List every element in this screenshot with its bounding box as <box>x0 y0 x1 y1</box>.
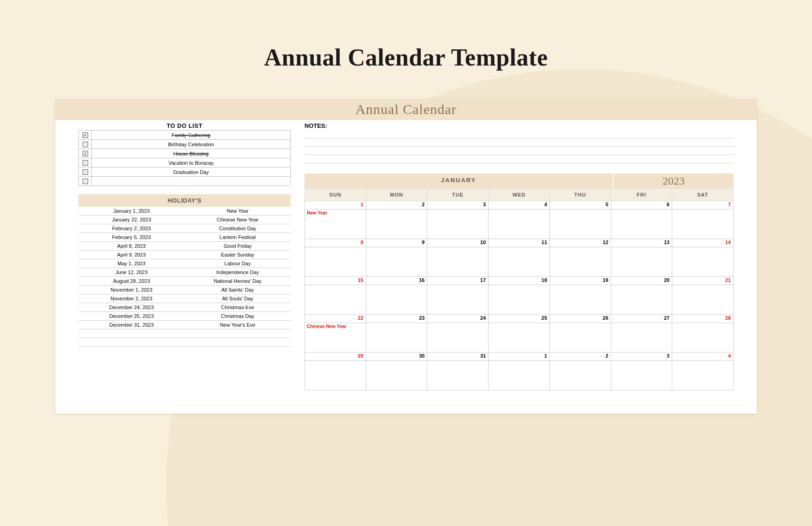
calendar-cell[interactable]: 4 <box>672 353 734 361</box>
holiday-row: December 31, 2023New Year's Eve <box>78 321 291 329</box>
day-header: FRI <box>611 189 672 201</box>
calendar-cell[interactable]: 18 <box>489 277 550 285</box>
calendar-cell-body[interactable]: New Year <box>305 209 366 239</box>
calendar-cell-body[interactable] <box>489 361 550 390</box>
calendar-cell[interactable]: 15 <box>305 277 366 285</box>
checkbox[interactable] <box>83 142 88 147</box>
notes-lines <box>304 130 734 163</box>
calendar-cell-body[interactable] <box>366 323 427 353</box>
calendar-cell-body[interactable] <box>366 361 427 390</box>
calendar-cell[interactable]: 3 <box>427 201 489 209</box>
calendar-cell-body[interactable] <box>672 361 734 390</box>
calendar-cell-body[interactable] <box>549 285 611 315</box>
calendar-cell[interactable]: 6 <box>611 201 672 209</box>
calendar-cell[interactable]: 31 <box>427 353 489 361</box>
calendar-cell[interactable]: 5 <box>549 201 611 209</box>
calendar-cell[interactable]: 16 <box>366 277 427 285</box>
calendar-cell[interactable]: 1 <box>489 353 550 361</box>
day-header: THU <box>549 189 611 201</box>
calendar-cell[interactable]: 23 <box>366 315 427 323</box>
calendar-cell[interactable]: 10 <box>427 239 489 247</box>
todo-item-label: Family Gathering <box>92 131 291 140</box>
day-header: WED <box>489 189 550 201</box>
calendar-cell[interactable]: 28 <box>672 315 734 323</box>
calendar-cell[interactable]: 30 <box>366 353 427 361</box>
calendar-cell[interactable]: 14 <box>672 239 734 247</box>
calendar-cell-body[interactable] <box>611 209 672 239</box>
todo-item-label <box>92 177 291 186</box>
todo-item-label: Graduation Day <box>92 167 291 177</box>
calendar-cell-body[interactable] <box>427 247 489 277</box>
calendar-cell-body[interactable] <box>427 323 489 353</box>
calendar-cell[interactable]: 8 <box>305 239 366 247</box>
calendar-cell-body[interactable] <box>305 247 366 277</box>
calendar-cell[interactable]: 9 <box>366 239 427 247</box>
checkbox[interactable] <box>83 179 88 184</box>
month-year-bar: JANUARY 2023 <box>304 173 734 188</box>
holiday-row: June 12, 2023Independence Day <box>78 268 291 277</box>
calendar-cell-body[interactable] <box>489 285 550 315</box>
calendar-cell-body[interactable]: Chinese New Year <box>305 323 366 353</box>
calendar-cell-body[interactable] <box>611 323 672 353</box>
calendar-cell[interactable]: 25 <box>489 315 550 323</box>
checkbox[interactable]: ✓ <box>83 132 88 138</box>
right-column: NOTES: JANUARY 2023 SUNMONTUEWEDTHUFRISA… <box>304 121 734 390</box>
holiday-row: January 1, 2023New Year <box>78 207 291 215</box>
calendar-cell-body[interactable] <box>549 209 611 239</box>
todo-table: ✓Family GatheringBirthday Celebration✓Ho… <box>78 130 291 186</box>
calendar-cell[interactable]: 19 <box>549 277 611 285</box>
day-header: SAT <box>672 189 734 201</box>
calendar-cell[interactable]: 12 <box>549 239 611 247</box>
calendar-cell-body[interactable] <box>305 361 366 390</box>
calendar-cell[interactable]: 22 <box>305 315 366 323</box>
calendar-cell-body[interactable] <box>305 285 366 315</box>
calendar-cell-body[interactable] <box>489 247 550 277</box>
checkbox[interactable] <box>83 169 88 175</box>
calendar-cell-body[interactable] <box>427 285 489 315</box>
calendar-cell-body[interactable] <box>611 247 672 277</box>
calendar-cell[interactable]: 27 <box>611 315 672 323</box>
day-header: SUN <box>305 189 366 201</box>
calendar-cell-body[interactable] <box>549 361 611 390</box>
todo-item-label: Vacation to Boracay <box>92 158 291 167</box>
calendar-cell[interactable]: 7 <box>672 201 734 209</box>
calendar-cell-body[interactable] <box>366 247 427 277</box>
calendar-cell-body[interactable] <box>489 323 550 353</box>
calendar-cell-body[interactable] <box>611 361 672 390</box>
calendar-cell[interactable]: 3 <box>611 353 672 361</box>
calendar-cell[interactable]: 2 <box>366 201 427 209</box>
calendar-cell-body[interactable] <box>672 285 734 315</box>
calendar-cell-body[interactable] <box>672 323 734 353</box>
calendar-cell-body[interactable] <box>549 323 611 353</box>
calendar-cell-body[interactable] <box>366 285 427 315</box>
calendar-cell[interactable]: 26 <box>549 315 611 323</box>
holiday-row: November 1, 2023All Saints' Day <box>78 286 291 294</box>
checkbox[interactable]: ✓ <box>83 151 88 156</box>
calendar-cell-body[interactable] <box>549 247 611 277</box>
calendar-cell-body[interactable] <box>366 209 427 239</box>
year-value: 2023 <box>614 173 734 188</box>
calendar-cell-body[interactable] <box>611 285 672 315</box>
calendar-cell-body[interactable] <box>427 209 489 239</box>
calendar-cell-body[interactable] <box>489 209 550 239</box>
calendar-cell[interactable]: 2 <box>549 353 611 361</box>
holidays-header: HOLIDAY'S <box>78 194 291 207</box>
calendar-cell[interactable]: 1 <box>305 201 366 209</box>
calendar-cell[interactable]: 24 <box>427 315 489 323</box>
holiday-row: August 28, 2023National Heroes' Day <box>78 277 291 286</box>
holiday-row: December 24, 2023Christmas Eve <box>78 303 291 312</box>
calendar-cell[interactable]: 20 <box>611 277 672 285</box>
calendar-cell-body[interactable] <box>672 247 734 277</box>
calendar-cell-body[interactable] <box>672 209 734 239</box>
holidays-table: January 1, 2023New YearJanuary 22, 2023C… <box>78 207 291 347</box>
holiday-row: November 2, 2023All Souls' Day <box>78 294 291 303</box>
calendar-cell[interactable]: 21 <box>672 277 734 285</box>
calendar-cell[interactable]: 11 <box>489 239 550 247</box>
calendar-cell[interactable]: 29 <box>305 353 366 361</box>
calendar-cell[interactable]: 13 <box>611 239 672 247</box>
calendar-cell-body[interactable] <box>427 361 489 390</box>
calendar-cell[interactable]: 17 <box>427 277 489 285</box>
checkbox[interactable] <box>83 160 88 166</box>
calendar-cell[interactable]: 4 <box>489 201 550 209</box>
holiday-row: May 1, 2023Labour Day <box>78 259 291 268</box>
